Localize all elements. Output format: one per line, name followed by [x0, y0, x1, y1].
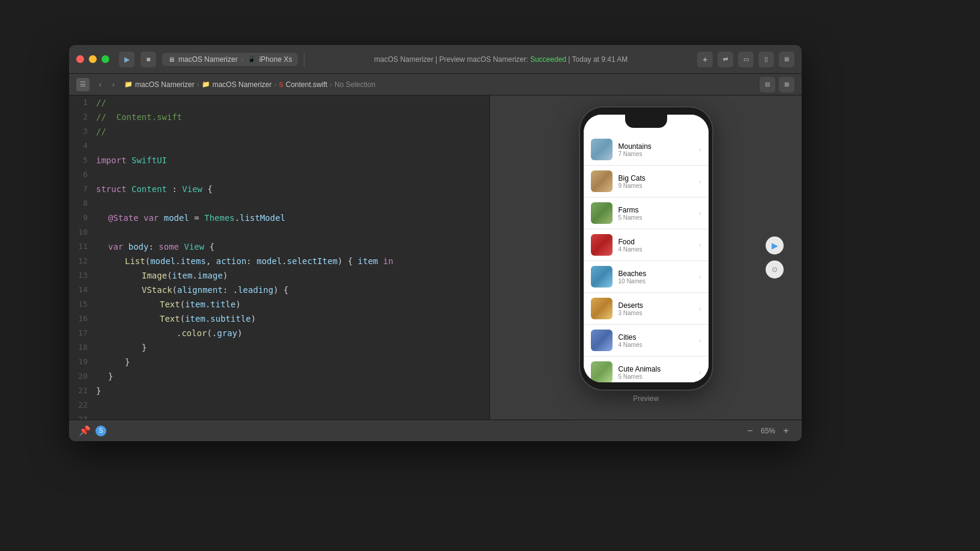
code-line-4: 4: [69, 139, 489, 153]
stop-button[interactable]: ■: [141, 52, 156, 67]
chevron-icon: ›: [699, 273, 701, 280]
list-item[interactable]: Beaches 10 Names ›: [584, 261, 709, 293]
bigcats-title: Big Cats: [619, 174, 693, 182]
code-line-11: 11 var body: some View {: [69, 239, 489, 254]
beaches-title: Beaches: [619, 269, 693, 278]
code-line-19: 19 }: [69, 355, 489, 369]
cuteanimals-sub: 5 Names: [619, 373, 693, 380]
beaches-thumb: [591, 266, 612, 288]
iphone-notch: [625, 115, 667, 128]
code-line-21: 21 }: [69, 384, 489, 398]
layout-button3[interactable]: ▯: [758, 52, 774, 67]
farms-thumb: [591, 202, 612, 224]
bigcats-sub: 9 Names: [619, 182, 693, 189]
app-list[interactable]: Mountains 7 Names › Big Cats 9 Names ›: [584, 115, 709, 382]
list-item[interactable]: Cities 4 Names ›: [584, 325, 709, 357]
zoom-controls: − 65% +: [744, 425, 792, 437]
list-item[interactable]: Cute Animals 5 Names ›: [584, 357, 709, 382]
stop-preview-button[interactable]: ⊙: [766, 260, 784, 279]
zoom-out-button[interactable]: −: [744, 425, 756, 437]
mountains-thumb: [591, 139, 612, 160]
cities-title: Cities: [619, 333, 693, 342]
cities-text: Cities 4 Names: [619, 333, 693, 348]
food-title: Food: [619, 238, 693, 246]
food-thumb: [591, 234, 612, 256]
forward-button[interactable]: ›: [107, 79, 119, 91]
run-button[interactable]: ▶: [119, 52, 135, 67]
iphone-screen: Mountains 7 Names › Big Cats 9 Names ›: [584, 115, 709, 382]
folder-icon: 📁: [124, 80, 133, 88]
cuteanimals-title: Cute Animals: [619, 365, 693, 373]
list-item[interactable]: Big Cats 9 Names ›: [584, 166, 709, 197]
chevron-icon: ›: [699, 369, 701, 376]
zoom-level: 65%: [761, 427, 775, 435]
scheme-selector-macos[interactable]: 🖥 macOS Namerizer › 📱 iPhone Xs: [162, 53, 298, 66]
code-line-15: 15 Text(item.title): [69, 297, 489, 312]
deserts-sub: 3 Names: [619, 310, 693, 316]
close-button[interactable]: [76, 55, 84, 63]
deserts-title: Deserts: [619, 301, 693, 310]
list-item[interactable]: Mountains 7 Names ›: [584, 134, 709, 166]
code-line-10: 10: [69, 225, 489, 239]
pin-icon: 📌: [79, 425, 91, 436]
zoom-in-button[interactable]: +: [780, 425, 792, 437]
code-line-13: 13 Image(item.image): [69, 268, 489, 283]
iphone-icon: 📱: [247, 55, 256, 63]
scheme-iphone-label: iPhone Xs: [259, 55, 292, 64]
folder-icon-2: 📁: [202, 80, 210, 88]
main-content: 1 // 2 // Content.swift 3 // 4 5 import …: [69, 95, 802, 420]
nav-arrows: ‹ ›: [94, 79, 119, 91]
code-line-6: 6: [69, 167, 489, 182]
minimize-button[interactable]: [89, 55, 97, 63]
beaches-sub: 10 Names: [619, 278, 693, 285]
deserts-thumb: [591, 298, 612, 319]
code-line-17: 17 .color(.gray): [69, 326, 489, 340]
cities-thumb: [591, 330, 612, 351]
code-line-7: 7 struct Content : View {: [69, 182, 489, 196]
code-line-1: 1 //: [69, 95, 489, 110]
breadcrumb-1[interactable]: macOS Namerizer: [135, 80, 195, 89]
mountains-text: Mountains 7 Names: [619, 142, 693, 157]
breadcrumb-3[interactable]: Content.swift: [286, 80, 327, 89]
code-line-5: 5 import SwiftUI: [69, 153, 489, 167]
breadcrumb-4: No Selection: [334, 80, 375, 89]
traffic-lights: [76, 55, 109, 63]
code-line-23: 23: [69, 412, 489, 420]
code-line-3: 3 //: [69, 124, 489, 139]
add-button[interactable]: +: [697, 52, 713, 67]
macos-icon: 🖥: [168, 56, 175, 63]
run-preview-button[interactable]: ▶: [766, 236, 784, 254]
layout-button1[interactable]: ⇄: [718, 52, 733, 67]
bigcats-text: Big Cats 9 Names: [619, 174, 693, 189]
list-item[interactable]: Deserts 3 Names ›: [584, 293, 709, 325]
navbar: ☰ ‹ › 📁 macOS Namerizer › 📁 macOS Nameri…: [69, 74, 802, 95]
navigator-toggle[interactable]: ☰: [76, 78, 89, 91]
code-line-18: 18 }: [69, 340, 489, 355]
cuteanimals-text: Cute Animals 5 Names: [619, 365, 693, 380]
cuteanimals-thumb: [591, 361, 612, 382]
beaches-text: Beaches 10 Names: [619, 269, 693, 285]
chevron-icon: ›: [699, 241, 701, 248]
canvas-toggle[interactable]: ⊞: [779, 77, 794, 92]
fullscreen-button[interactable]: [101, 55, 109, 63]
code-editor[interactable]: 1 // 2 // Content.swift 3 // 4 5 import …: [69, 95, 489, 420]
layout-button4[interactable]: ⊞: [779, 52, 794, 67]
status-text: macOS Namerizer | Preview macOS Namerize…: [310, 55, 691, 64]
chevron-icon: ›: [699, 146, 701, 153]
farms-title: Farms: [619, 206, 693, 214]
side-buttons: ▶ ⊙: [766, 236, 784, 279]
list-item[interactable]: Farms 5 Names ›: [584, 197, 709, 229]
deserts-text: Deserts 3 Names: [619, 301, 693, 316]
inspector-toggle[interactable]: ⊟: [760, 77, 775, 92]
chevron-icon: ›: [699, 337, 701, 344]
layout-button2[interactable]: ▭: [738, 52, 754, 67]
back-button[interactable]: ‹: [94, 79, 106, 91]
preview-label: Preview: [633, 394, 659, 403]
list-item[interactable]: Food 4 Names ›: [584, 229, 709, 261]
mountains-title: Mountains: [619, 142, 693, 151]
breadcrumb-2[interactable]: macOS Namerizer: [213, 80, 272, 89]
cities-sub: 4 Names: [619, 342, 693, 348]
code-line-20: 20 }: [69, 369, 489, 384]
code-line-14: 14 VStack(alignment: .leading) {: [69, 283, 489, 297]
chevron-icon: ›: [699, 178, 701, 185]
